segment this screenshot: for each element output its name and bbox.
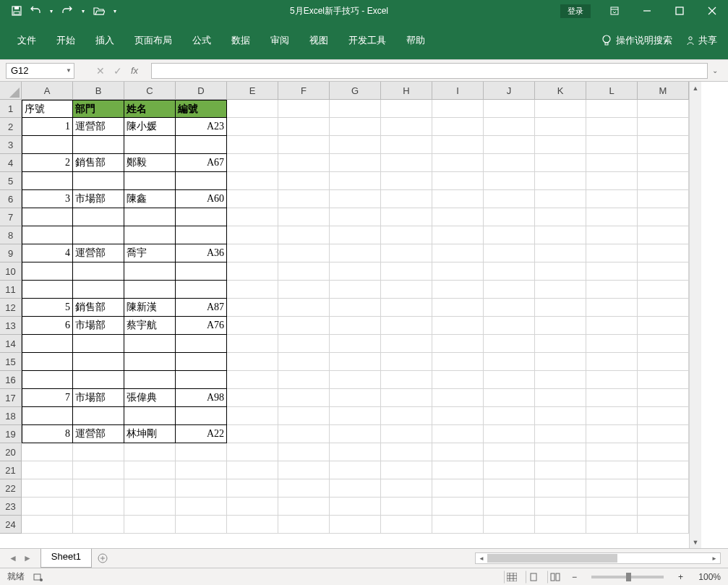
cell[interactable] bbox=[22, 371, 73, 389]
cell[interactable] bbox=[278, 190, 330, 208]
cell[interactable] bbox=[586, 208, 638, 226]
cell[interactable] bbox=[586, 190, 638, 208]
cell[interactable] bbox=[484, 281, 535, 299]
cell[interactable] bbox=[124, 262, 176, 281]
cell[interactable] bbox=[330, 208, 381, 226]
cell[interactable] bbox=[124, 461, 176, 479]
redo-icon[interactable] bbox=[61, 5, 73, 17]
cell[interactable] bbox=[330, 498, 381, 516]
cell[interactable] bbox=[278, 407, 330, 425]
cell[interactable] bbox=[278, 371, 330, 389]
cell[interactable] bbox=[535, 498, 586, 516]
cell[interactable]: 運營部 bbox=[73, 118, 124, 136]
cell[interactable] bbox=[330, 118, 381, 136]
cell[interactable] bbox=[586, 299, 638, 317]
row-header[interactable]: 16 bbox=[0, 371, 22, 389]
cell[interactable] bbox=[176, 371, 227, 389]
cell[interactable] bbox=[535, 407, 586, 425]
row-header[interactable]: 17 bbox=[0, 389, 22, 407]
cell[interactable] bbox=[484, 461, 535, 479]
cell[interactable] bbox=[330, 190, 381, 208]
cell[interactable] bbox=[638, 281, 689, 299]
cell[interactable] bbox=[73, 498, 124, 516]
cell[interactable] bbox=[381, 498, 432, 516]
cell[interactable] bbox=[227, 136, 278, 154]
cell[interactable] bbox=[586, 244, 638, 262]
tell-me[interactable]: 操作说明搜索 bbox=[601, 34, 672, 47]
cell[interactable] bbox=[535, 100, 586, 118]
cell[interactable] bbox=[278, 317, 330, 335]
cell[interactable] bbox=[381, 100, 432, 118]
cell[interactable] bbox=[535, 425, 586, 443]
cell[interactable] bbox=[227, 516, 278, 534]
cell[interactable] bbox=[278, 479, 330, 498]
cell[interactable]: 陳小媛 bbox=[124, 118, 176, 136]
cell[interactable] bbox=[586, 317, 638, 335]
cell[interactable] bbox=[484, 226, 535, 244]
row-header[interactable]: 13 bbox=[0, 317, 22, 335]
cell[interactable] bbox=[227, 281, 278, 299]
row-header[interactable]: 14 bbox=[0, 335, 22, 353]
cell[interactable] bbox=[535, 118, 586, 136]
cell[interactable] bbox=[22, 461, 73, 479]
column-header[interactable]: L bbox=[586, 82, 638, 100]
cell[interactable] bbox=[227, 172, 278, 190]
cell[interactable]: 姓名 bbox=[124, 100, 176, 118]
undo-icon[interactable] bbox=[30, 5, 41, 17]
row-header[interactable]: 1 bbox=[0, 100, 22, 118]
tab-formulas[interactable]: 公式 bbox=[182, 30, 221, 51]
cell[interactable]: A76 bbox=[176, 317, 227, 335]
cell[interactable] bbox=[535, 281, 586, 299]
cell[interactable]: 市場部 bbox=[73, 317, 124, 335]
cell[interactable] bbox=[73, 226, 124, 244]
cell[interactable] bbox=[22, 498, 73, 516]
fx-icon[interactable]: fx bbox=[131, 65, 138, 76]
zoom-out-button[interactable]: − bbox=[569, 572, 580, 582]
view-page-layout-icon[interactable] bbox=[526, 571, 541, 584]
cell[interactable] bbox=[227, 389, 278, 407]
cell[interactable] bbox=[586, 407, 638, 425]
cell[interactable]: 運營部 bbox=[73, 425, 124, 443]
cell[interactable]: 銷售部 bbox=[73, 154, 124, 172]
row-header[interactable]: 10 bbox=[0, 262, 22, 281]
cell[interactable]: 3 bbox=[22, 190, 73, 208]
cell[interactable] bbox=[227, 262, 278, 281]
cell[interactable] bbox=[330, 443, 381, 461]
name-box[interactable]: G12 ▼ bbox=[6, 63, 74, 79]
cell[interactable] bbox=[586, 281, 638, 299]
cell[interactable] bbox=[586, 425, 638, 443]
cell[interactable] bbox=[638, 262, 689, 281]
cell[interactable] bbox=[330, 425, 381, 443]
cell[interactable]: 蔡宇航 bbox=[124, 317, 176, 335]
cell[interactable] bbox=[432, 244, 484, 262]
cell[interactable] bbox=[22, 335, 73, 353]
row-header[interactable]: 3 bbox=[0, 136, 22, 154]
cell[interactable] bbox=[330, 299, 381, 317]
row-header[interactable]: 22 bbox=[0, 479, 22, 498]
row-header[interactable]: 11 bbox=[0, 281, 22, 299]
tab-home[interactable]: 开始 bbox=[46, 30, 85, 51]
cell[interactable] bbox=[586, 479, 638, 498]
cell[interactable] bbox=[381, 407, 432, 425]
minimize-icon[interactable] bbox=[630, 0, 663, 22]
cell[interactable] bbox=[176, 208, 227, 226]
cell[interactable]: 8 bbox=[22, 425, 73, 443]
cell[interactable] bbox=[330, 136, 381, 154]
cell[interactable] bbox=[381, 118, 432, 136]
cell[interactable] bbox=[176, 407, 227, 425]
row-header[interactable]: 4 bbox=[0, 154, 22, 172]
cell[interactable] bbox=[484, 335, 535, 353]
cell[interactable] bbox=[278, 461, 330, 479]
cell[interactable] bbox=[278, 118, 330, 136]
cell[interactable]: A36 bbox=[176, 244, 227, 262]
row-header[interactable]: 7 bbox=[0, 208, 22, 226]
cell[interactable] bbox=[484, 443, 535, 461]
cell[interactable] bbox=[638, 443, 689, 461]
tab-view[interactable]: 视图 bbox=[299, 30, 338, 51]
cell[interactable] bbox=[432, 299, 484, 317]
tab-file[interactable]: 文件 bbox=[7, 30, 46, 51]
cell[interactable]: A23 bbox=[176, 118, 227, 136]
cell[interactable] bbox=[124, 516, 176, 534]
cell[interactable] bbox=[227, 190, 278, 208]
open-icon[interactable] bbox=[93, 5, 105, 17]
